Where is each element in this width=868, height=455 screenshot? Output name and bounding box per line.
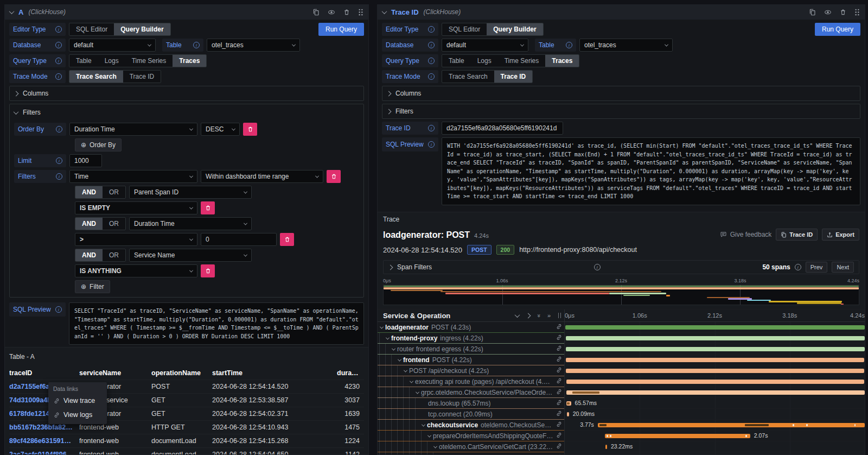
column-resize-handle[interactable] [558,313,561,318]
info-icon[interactable] [55,26,62,33]
table-row[interactable]: 89cf4286e631591b4...frontend-webdocument… [9,434,364,447]
sql-preview-code[interactable]: WITH 'd2a7155ef6a928a05680e5ff6190241d' … [442,137,860,205]
trash-icon[interactable] [343,9,350,16]
filters-section-header[interactable]: Filters [14,108,359,117]
order-by-direction-select[interactable]: DESC [201,123,240,136]
chevron-down-icon[interactable] [380,325,384,328]
column-header-operationname[interactable]: operationName [151,369,212,377]
option-trace-id[interactable]: Trace ID [123,71,161,83]
info-icon[interactable] [55,42,62,48]
span-row[interactable]: frontend-proxyingress (4.22s) [378,333,865,344]
span-row[interactable]: dns.lookup (65.57ms)65.57ms [378,398,865,409]
view-logs-link[interactable]: View logs [48,408,107,422]
option-table[interactable]: Table [69,55,98,67]
span-gantt-cell[interactable]: 3.77s [565,420,865,431]
column-header-servicename[interactable]: serviceName [79,369,151,377]
option-trace-search[interactable]: Trace Search [69,71,123,83]
chevron-down-icon[interactable] [398,357,401,361]
database-select[interactable]: default [69,39,156,52]
panel-collapse-icon[interactable] [9,9,15,14]
span-bar[interactable] [566,358,864,362]
span-name-cell[interactable]: cartservicePOST /oteldemo.CartService/Ge… [378,452,565,455]
span-gantt-cell[interactable] [565,365,865,376]
info-icon[interactable] [55,306,62,313]
table-row[interactable]: 2ac7acfc0194f896...frontend-webdocumentL… [9,447,364,455]
span-link-icon[interactable] [553,400,562,407]
span-name-cell[interactable]: POST /api/checkout (4.22s) [378,365,565,376]
filter-field-select[interactable]: Service Name [129,249,252,262]
panel-collapse-icon[interactable] [382,9,387,14]
span-name-cell[interactable]: loadgeneratorPOST (4.23s) [378,322,565,333]
filter-operator-select[interactable]: > [75,233,197,246]
option-trace-search[interactable]: Trace Search [442,71,494,83]
option-traces[interactable]: Traces [173,55,206,67]
chevron-down-icon[interactable] [404,368,407,372]
span-row[interactable]: tcp.connect (20.09ms)20.09ms [378,409,865,420]
chevron-right-icon[interactable] [388,264,393,270]
span-name-cell[interactable]: frontend-proxyingress (4.22s) [378,333,565,344]
option-or[interactable]: OR [103,249,125,261]
span-name-cell[interactable]: tcp.connect (20.09ms) [378,409,565,420]
span-link-icon[interactable] [553,334,562,342]
option-sql-editor[interactable]: SQL Editor [442,23,487,35]
span-name-cell[interactable]: prepareOrderItemsAndShippingQuoteFromCar… [378,431,565,441]
span-gantt-cell[interactable]: 2.07s [565,431,865,441]
chevron-down-icon[interactable] [386,336,390,339]
expand-all-icon[interactable]: » [547,313,551,319]
remove-filter-button[interactable] [201,201,215,214]
span-row[interactable]: cartservicePOST /oteldemo.CartService/Ge… [378,452,865,455]
chevron-down-icon[interactable] [392,346,395,350]
span-bar[interactable] [598,423,865,427]
span-gantt-cell[interactable] [565,344,865,355]
remove-filter-button[interactable] [327,170,341,183]
remove-filter-button[interactable] [280,233,294,246]
span-bar[interactable] [566,380,864,384]
span-row[interactable]: checkoutserviceoteldemo.CheckoutService/… [378,420,865,431]
drag-handle-icon[interactable] [854,9,860,16]
info-icon[interactable] [795,264,801,270]
info-icon[interactable] [428,26,435,33]
add-order-by-button[interactable]: Order By [75,138,122,151]
column-header-traceid[interactable]: traceID [9,369,79,377]
span-name-cell[interactable]: oteldemo.CartService/GetCart (23.22ms) [378,441,565,452]
span-gantt-cell[interactable] [565,355,865,365]
option-or[interactable]: OR [103,218,125,230]
option-query-builder[interactable]: Query Builder [114,23,170,35]
info-icon[interactable] [428,42,435,48]
span-bar[interactable] [566,336,865,340]
limit-input[interactable]: 1000 [69,154,102,167]
filter-field-select[interactable]: Time [69,170,197,183]
filter-operator-select[interactable]: IS ANYTHING [75,264,197,277]
drag-handle-icon[interactable] [358,9,363,16]
span-name-cell[interactable]: grpc.oteldemo.CheckoutService/PlaceOrder… [378,387,565,398]
minimap-canvas[interactable] [383,285,859,305]
info-icon[interactable] [428,73,435,80]
column-header-duration[interactable]: duration [337,369,364,377]
trace-minimap[interactable]: 0μs1.06s2.12s3.18s4.24s [383,277,859,305]
span-name-cell[interactable]: dns.lookup (65.57ms) [378,398,565,409]
option-and[interactable]: AND [75,218,103,230]
chevron-down-icon[interactable] [416,390,419,394]
export-button[interactable]: Export [822,229,859,241]
database-select[interactable]: default [442,39,528,52]
option-traces[interactable]: Traces [545,55,579,67]
span-gantt-cell[interactable] [565,322,865,333]
span-link-icon[interactable] [553,378,562,386]
eye-icon[interactable] [824,9,832,16]
info-icon[interactable] [56,157,62,164]
copy-icon[interactable] [312,9,320,16]
prev-button[interactable]: Prev [806,262,828,273]
span-link-icon[interactable] [553,443,562,451]
info-icon[interactable] [428,141,435,148]
info-icon[interactable] [594,264,601,270]
option-table[interactable]: Table [442,55,471,67]
option-query-builder[interactable]: Query Builder [487,23,542,35]
collapse-all-icon[interactable]: » [535,314,541,317]
chevron-down-icon[interactable] [433,444,437,448]
info-icon[interactable] [55,58,62,64]
info-icon[interactable] [428,125,435,131]
span-link-icon[interactable] [553,389,562,396]
trace-id-link[interactable]: 89cf4286e631591b4... [9,437,79,445]
filter-value-input[interactable]: 0 [201,233,277,246]
trace-id-link[interactable]: 2ac7acfc0194f896... [9,451,79,455]
